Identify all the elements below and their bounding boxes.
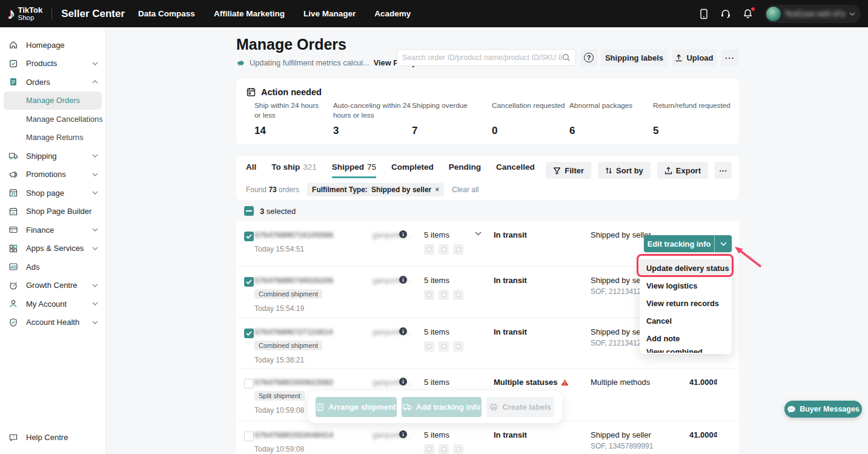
tab-cancelled[interactable]: Cancelled [496,162,535,178]
add-tracking-info-button[interactable]: Add tracking info [402,397,482,417]
account-menu[interactable]: TestCase wd3 oFa [764,5,861,23]
search-input[interactable] [402,53,562,62]
row-checkbox[interactable] [244,277,254,287]
sidebar-item-manage-orders[interactable]: Manage Orders [4,92,102,110]
clear-all-link[interactable]: Clear all [452,185,479,194]
info-icon[interactable]: i [399,327,407,335]
tab-pending[interactable]: Pending [449,162,481,178]
order-search[interactable] [397,49,576,66]
item-thumbnails[interactable] [424,341,463,352]
metric-shipping-overdue[interactable]: Shipping overdue 7 [412,101,485,137]
info-icon[interactable]: i [399,276,407,284]
edit-tracking-info-button[interactable]: Edit tracking info [644,235,714,252]
shipping-labels-button[interactable]: Shipping labels [601,49,668,66]
metric-return-refund[interactable]: Return/refund requested 5 [653,101,737,137]
menu-item-add-note[interactable]: Add note [640,330,732,347]
nav-affiliate-marketing[interactable]: Affiliate Marketing [214,9,285,18]
upload-button[interactable]: Upload [672,49,716,66]
items-count[interactable]: 5 items [424,230,449,239]
create-labels-button[interactable]: Create labels [486,397,554,417]
sidebar-item-orders[interactable]: Orders [0,73,105,92]
tab-all[interactable]: All [246,162,256,178]
sidebar-item-promotions[interactable]: Promotions [0,165,105,184]
item-thumbnails[interactable] [424,290,463,300]
sidebar-item-manage-cancellations[interactable]: Manage Cancellations [0,110,105,129]
metric-autocancel[interactable]: Auto-canceling within 24 hours or less 3 [333,101,413,137]
order-id[interactable]: 576476896740026206 [254,276,333,285]
row-checkbox[interactable] [244,329,254,338]
sidebar-item-shipping[interactable]: Shipping [0,147,105,165]
filter-chip-fulfilment-type[interactable]: Fulfilment Type: Shipped by seller × [307,183,444,196]
headset-icon[interactable] [720,8,731,19]
nav-data-compass[interactable]: Data Compass [138,9,195,18]
edit-tracking-split-button[interactable]: Edit tracking info [644,235,732,252]
nav-live-manager[interactable]: Live Manager [303,9,356,18]
sidebar-item-my-account[interactable]: My Account [0,295,105,313]
list-more-button[interactable]: ··· [715,162,732,179]
seller-center-title[interactable]: Seller Center [61,8,125,20]
selection-bar: 3 selected [244,206,296,216]
sidebar-item-homepage[interactable]: Homepage [0,36,105,55]
sidebar-item-shop-page-builder[interactable]: Shop Page Builder [0,202,105,221]
items-count[interactable]: 5 items [424,327,449,336]
menu-item-update-delivery-status[interactable]: Update delivery status [640,259,732,277]
item-thumbnails[interactable] [424,444,463,454]
sidebar-item-ads[interactable]: AD Ads [0,258,105,276]
order-id[interactable]: 576476896727115614 [254,327,333,336]
menu-item-cancel[interactable]: Cancel [640,312,732,330]
notification-badge [750,7,755,12]
menu-item-clipped[interactable]: View combined package [640,347,732,353]
arrange-shipment-button[interactable]: Arrange shipment [316,397,397,417]
order-id[interactable]: 576476891550623582 [254,378,333,387]
sidebar-item-help-centre[interactable]: ? Help Centre [0,429,105,447]
mobile-app-icon[interactable] [699,8,709,19]
order-id[interactable]: 576476896716105566 [254,230,333,239]
chip-close-icon[interactable]: × [435,185,439,194]
sidebar-item-growth-centre[interactable]: Growth Centre [0,276,105,295]
item-thumbnails[interactable] [424,244,463,255]
export-button[interactable]: Export [657,162,708,179]
items-count[interactable]: 5 items [424,430,449,439]
sidebar-item-finance[interactable]: Finance [0,221,105,239]
menu-item-view-return-records[interactable]: View return records [640,295,732,312]
items-count[interactable]: 5 items [424,378,449,387]
tiktok-shop-logo[interactable]: ♪ TikTok Shop [7,6,42,21]
metric-ship-24h[interactable]: Ship within 24 hours or less 14 [254,101,325,137]
info-icon[interactable]: i [399,430,407,438]
items-count[interactable]: 5 items [424,276,449,285]
menu-item-view-logistics[interactable]: View logistics [640,277,732,295]
order-row[interactable]: 576476891553048414 Today 10:59:08 ganyun… [236,421,739,454]
sidebar-item-apps-services[interactable]: Apps & Services [0,239,105,258]
sort-by-button[interactable]: Sort by [598,162,651,179]
sidebar-item-account-health[interactable]: Account Health [0,313,105,332]
tab-to-ship[interactable]: To ship321 [271,162,317,178]
row-checkbox[interactable] [244,232,254,241]
order-id[interactable]: 576476891553048414 [254,430,333,439]
row-checkbox[interactable] [244,379,254,389]
notifications-bell-icon[interactable] [743,8,753,19]
actions-chevron-button[interactable] [714,235,732,252]
tab-shipped[interactable]: Shipped75 [332,162,376,178]
nav-academy[interactable]: Academy [374,9,411,18]
filter-button[interactable]: Filter [546,162,591,179]
page-title: Manage Orders [236,36,346,53]
help-button[interactable]: ? [580,49,597,66]
select-all-checkbox[interactable] [244,206,254,216]
row-checkbox[interactable] [244,432,254,441]
avatar [766,7,781,21]
metric-abnormal-packages[interactable]: Abnormal packages 6 [569,101,642,137]
metric-cancellation-requested[interactable]: Cancellation requested 0 [492,101,571,137]
svg-text:AD: AD [10,265,16,269]
buyer-messages-button[interactable]: Buyer Messages [784,401,862,418]
expand-items-chevron-icon[interactable] [475,232,482,236]
home-icon [8,40,18,50]
info-icon[interactable]: i [399,230,407,238]
tab-completed[interactable]: Completed [391,162,434,178]
info-icon[interactable]: i [399,378,407,386]
search-icon[interactable] [562,53,571,62]
header-more-button[interactable]: ··· [721,49,739,66]
sidebar-item-manage-returns[interactable]: Manage Returns [0,129,105,147]
chevron-down-icon [92,284,98,287]
sidebar-item-shop-page[interactable]: Shop page [0,184,105,202]
sidebar-item-products[interactable]: Products [0,55,105,73]
